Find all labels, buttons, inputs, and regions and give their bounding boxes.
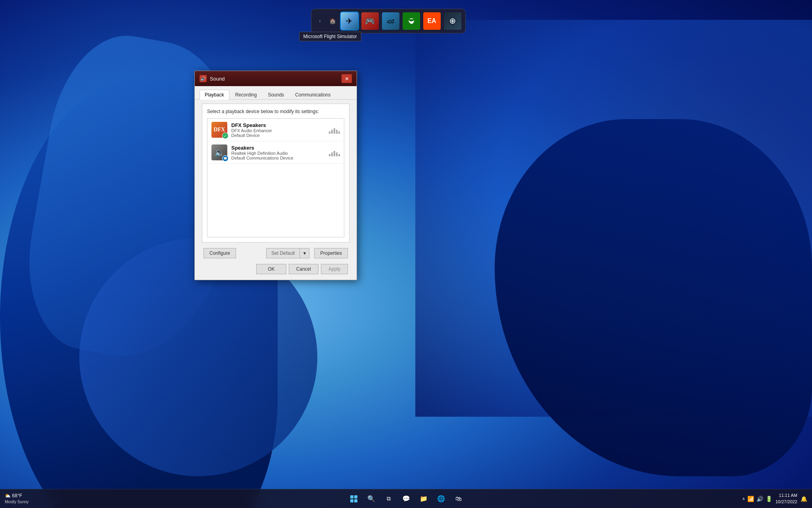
tab-sounds[interactable]: Sounds (263, 90, 289, 100)
edge-button[interactable]: 🌐 (433, 491, 449, 507)
thumbnail-tooltip: Microsoft Flight Simulator (299, 32, 361, 41)
thumbnail-bar: ‹ 🏠 ✈ 🎮 🏎 EA (311, 9, 466, 33)
taskbar-center: 🔍 ⧉ 💬 📁 🌐 🛍 (346, 491, 466, 507)
set-default-button[interactable]: Set Default (266, 248, 299, 258)
device-list[interactable]: DFX ✓ DFX Speakers DFX Audio Enhancer De… (207, 118, 344, 237)
set-default-arrow[interactable]: ▼ (299, 248, 309, 258)
clock-date: 10/27/2022 (776, 499, 797, 505)
ok-button[interactable]: OK (256, 264, 286, 274)
dialog-content: Select a playback device below to modify… (202, 104, 349, 242)
comm-badge-speakers: 💬 (222, 155, 228, 162)
search-icon: 🔍 (367, 495, 375, 502)
dialog-title: Sound (210, 76, 225, 82)
thumbnail-steam[interactable] (443, 12, 462, 31)
volume-icon[interactable]: 🔊 (756, 496, 763, 502)
windows-logo (350, 495, 357, 502)
configure-button[interactable]: Configure (203, 248, 236, 258)
thumbnail-flight-sim[interactable]: ✈ (340, 12, 359, 31)
thumbnail-prev[interactable]: ‹ (315, 15, 326, 27)
network-icon[interactable]: 📶 (747, 496, 754, 502)
weather-temp: ⛅ 68°F (5, 493, 29, 499)
dialog-titlebar: 🔊 Sound ✕ (195, 71, 357, 86)
dialog-instruction: Select a playback device below to modify… (207, 109, 344, 114)
task-view-button[interactable]: ⧉ (381, 491, 397, 507)
start-button[interactable] (346, 491, 362, 507)
search-button[interactable]: 🔍 (363, 491, 379, 507)
device-icon-dfx: DFX ✓ (211, 122, 227, 138)
file-explorer-button[interactable]: 📁 (416, 491, 432, 507)
thumbnail-xbox[interactable] (402, 12, 421, 31)
store-icon: 🛍 (455, 495, 462, 502)
device-info-speakers: Speakers Realtek High Definition Audio D… (231, 145, 329, 160)
device-sub2-speakers: Default Communications Device (231, 156, 329, 160)
device-name-speakers: Speakers (231, 145, 329, 151)
system-tray: ∧ 📶 🔊 🔋 (742, 496, 772, 502)
thumbnail-game2[interactable]: 🏎 (381, 12, 400, 31)
thumbnail-home[interactable]: 🏠 (327, 15, 338, 27)
taskbar-left: ⛅ 68°F Mostly Sunny (5, 493, 29, 505)
tabs-row: Playback Recording Sounds Communications (195, 86, 357, 100)
tab-playback[interactable]: Playback (200, 90, 229, 100)
device-bars-dfx (329, 126, 340, 134)
chat-button[interactable]: 💬 (398, 491, 414, 507)
tab-recording[interactable]: Recording (230, 90, 262, 100)
desktop-background (0, 0, 812, 508)
device-info-dfx: DFX Speakers DFX Audio Enhancer Default … (231, 122, 329, 138)
tray-chevron[interactable]: ∧ (742, 496, 745, 501)
device-item-dfx[interactable]: DFX ✓ DFX Speakers DFX Audio Enhancer De… (207, 119, 344, 141)
clock[interactable]: 11:11 AM 10/27/2022 (776, 493, 797, 505)
edge-icon: 🌐 (437, 495, 445, 502)
task-view-icon: ⧉ (387, 495, 391, 502)
taskbar: ⛅ 68°F Mostly Sunny 🔍 ⧉ 💬 📁 (0, 489, 812, 508)
file-explorer-icon: 📁 (420, 495, 428, 502)
clock-time: 11:11 AM (776, 493, 797, 498)
dialog-action-row: OK Cancel Apply (199, 262, 353, 278)
device-sub1-dfx: DFX Audio Enhancer (231, 128, 329, 133)
set-default-group: Set Default ▼ (266, 248, 309, 258)
device-name-dfx: DFX Speakers (231, 122, 329, 128)
thumbnail-ea[interactable]: EA (422, 12, 442, 31)
taskbar-right: ∧ 📶 🔊 🔋 11:11 AM 10/27/2022 🔔 (742, 493, 807, 505)
weather-desc: Mostly Sunny (5, 499, 29, 505)
sound-dialog: 🔊 Sound ✕ Playback Recording Sounds Comm… (194, 71, 357, 280)
device-sub1-speakers: Realtek High Definition Audio (231, 151, 329, 156)
device-icon-speakers: 🔈 💬 (211, 144, 227, 160)
store-button[interactable]: 🛍 (451, 491, 466, 507)
properties-button[interactable]: Properties (314, 248, 348, 258)
tab-communications[interactable]: Communications (290, 90, 336, 100)
dialog-icon: 🔊 (200, 75, 207, 82)
dialog-title-group: 🔊 Sound (200, 75, 225, 82)
close-button[interactable]: ✕ (342, 74, 352, 83)
thumbnail-game1[interactable]: 🎮 (361, 12, 380, 31)
device-item-speakers[interactable]: 🔈 💬 Speakers Realtek High Definition Aud… (207, 141, 344, 164)
apply-button[interactable]: Apply (321, 264, 348, 274)
battery-icon[interactable]: 🔋 (766, 496, 772, 502)
device-sub2-dfx: Default Device (231, 133, 329, 138)
dialog-bottom-buttons: Configure Set Default ▼ Properties (199, 246, 353, 262)
weather-info: ⛅ 68°F Mostly Sunny (5, 493, 29, 505)
cancel-button[interactable]: Cancel (289, 264, 319, 274)
device-bars-speakers (329, 148, 340, 156)
svg-point-3 (451, 20, 454, 22)
chat-icon: 💬 (402, 495, 410, 502)
notification-button[interactable]: 🔔 (800, 496, 807, 502)
default-badge-dfx: ✓ (222, 133, 228, 139)
